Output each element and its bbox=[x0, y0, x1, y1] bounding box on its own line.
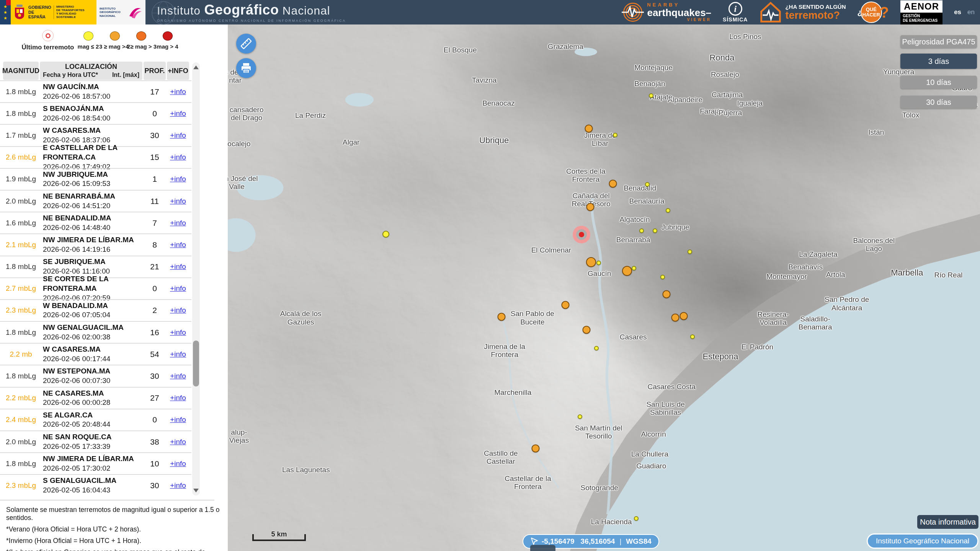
hazard-pga475-button[interactable]: Peligrosidad PGA475 bbox=[900, 35, 977, 48]
lang-en-button[interactable]: en bbox=[967, 8, 975, 16]
map-town-label: Benarrabá bbox=[616, 236, 650, 244]
table-row[interactable]: 2.6 mbLg E CASTELLAR DE LA FRONTERA.CA 2… bbox=[0, 146, 191, 168]
earthquake-marker[interactable] bbox=[578, 414, 582, 419]
que-hacer-badge[interactable]: ¿ QUÉ HACER ? bbox=[858, 2, 889, 23]
info-link[interactable]: +info bbox=[170, 241, 186, 249]
info-link[interactable]: +info bbox=[170, 284, 186, 293]
table-row[interactable]: 1.7 mbLg W CASARES.MA 2026-02-06 18:37:0… bbox=[0, 124, 191, 146]
ign-attribution-button[interactable]: Instituto Geográfico Nacional bbox=[867, 533, 978, 549]
earthquake-marker[interactable] bbox=[583, 326, 591, 334]
earthquake-marker[interactable] bbox=[622, 266, 632, 276]
location-name: NW JIMERA DE LÍBAR.MA bbox=[43, 454, 142, 464]
map-town-label: Río Real bbox=[934, 271, 963, 279]
earthquake-marker[interactable] bbox=[573, 226, 590, 243]
earthquake-marker[interactable] bbox=[653, 228, 657, 233]
table-scrollbar[interactable] bbox=[192, 62, 200, 496]
earthquake-marker[interactable] bbox=[649, 93, 653, 98]
info-link[interactable]: +info bbox=[170, 372, 186, 380]
info-link[interactable]: +info bbox=[170, 175, 186, 183]
table-row[interactable]: 1.8 mbLg NW JIMERA DE LÍBAR.MA 2026-02-0… bbox=[0, 452, 191, 474]
days-filter-button[interactable]: 3 días bbox=[900, 54, 977, 69]
info-link[interactable]: +info bbox=[170, 197, 186, 205]
aenor-logo[interactable]: AENOR GESTIÓN DE EMERGENCIAS bbox=[900, 0, 942, 24]
earthquake-marker[interactable] bbox=[645, 182, 650, 187]
table-row[interactable]: 2.2 mbLg NE CASARES.MA 2026-02-06 00:00:… bbox=[0, 387, 191, 409]
table-row[interactable]: 1.8 mbLg NW ESTEPONA.MA 2026-02-06 00:07… bbox=[0, 365, 191, 386]
map-town-label: Benaocaz bbox=[482, 99, 515, 108]
earthquake-marker[interactable] bbox=[662, 290, 670, 298]
info-link[interactable]: +info bbox=[170, 131, 186, 140]
info-link[interactable]: +info bbox=[170, 306, 186, 315]
table-row[interactable]: 2.3 mbLg S GENALGUACIL.MA 2026-02-05 16:… bbox=[0, 474, 191, 496]
info-link[interactable]: +info bbox=[170, 153, 186, 161]
info-link[interactable]: +info bbox=[170, 262, 186, 271]
earthquake-marker[interactable] bbox=[634, 516, 639, 521]
gobierno-logo[interactable]: GOBIERNO DE ESPAÑA MINISTERIO DE TRANSPO… bbox=[11, 0, 96, 24]
info-link[interactable]: +info bbox=[170, 219, 186, 227]
lang-es-button[interactable]: es bbox=[954, 8, 961, 16]
table-row[interactable]: 1.8 mbLg NW GENALGUACIL.MA 2026-02-06 02… bbox=[0, 321, 191, 343]
table-row[interactable]: 2.1 mbLg NW JIMERA DE LÍBAR.MA 2026-02-0… bbox=[0, 233, 191, 255]
info-link[interactable]: +info bbox=[170, 328, 186, 337]
event-datetime: 2026-02-06 18:57:00 bbox=[43, 92, 142, 101]
map-area[interactable]: Los PinosGrazalemaEl BosqueRondaMontejaq… bbox=[228, 24, 980, 551]
map-town-label: San Martín delTesorillo bbox=[575, 424, 622, 440]
print-tool-button[interactable] bbox=[236, 58, 256, 78]
earthquake-marker[interactable] bbox=[562, 301, 570, 309]
earthquake-marker[interactable] bbox=[382, 231, 389, 238]
table-row[interactable]: 1.6 mbLg NE BENADALID.MA 2026-02-06 14:4… bbox=[0, 212, 191, 233]
earthquake-marker[interactable] bbox=[666, 208, 670, 213]
earthquake-marker[interactable] bbox=[498, 313, 506, 321]
earthquake-marker[interactable] bbox=[586, 203, 595, 211]
table-row[interactable]: 1.9 mbLg NW JUBRIQUE.MA 2026-02-06 15:09… bbox=[0, 168, 191, 190]
map-town-label: San Luis deSabinillas bbox=[646, 400, 684, 417]
earthquake-marker[interactable] bbox=[690, 334, 695, 339]
info-link[interactable]: +info bbox=[170, 109, 186, 118]
info-link[interactable]: +info bbox=[170, 350, 186, 359]
earthquake-marker[interactable] bbox=[688, 249, 692, 254]
days-filter-button[interactable]: 10 días bbox=[900, 76, 977, 89]
earthquake-marker[interactable] bbox=[671, 314, 679, 322]
map-town-label: Tolox bbox=[902, 111, 919, 119]
earthquake-marker[interactable] bbox=[639, 228, 644, 233]
info-link[interactable]: +info bbox=[170, 438, 186, 446]
nearby-earthquakes-logo[interactable]: NEARBY earthquakes– VIEWER bbox=[622, 1, 711, 23]
table-row[interactable]: 2.0 mbLg NE BENARRABÁ.MA 2026-02-06 14:5… bbox=[0, 190, 191, 212]
table-row[interactable]: 2.3 mbLg W BENADALID.MA 2026-02-06 07:05… bbox=[0, 299, 191, 321]
map-town-label: Algatocín bbox=[619, 216, 650, 224]
info-link[interactable]: +info bbox=[170, 416, 186, 424]
map-town-label: Pujerra bbox=[719, 109, 742, 117]
table-row[interactable]: 2.7 mbLg SE CORTES DE LA FRONTERA.MA 202… bbox=[0, 277, 191, 299]
info-link[interactable]: +info bbox=[170, 460, 186, 468]
info-link[interactable]: +info bbox=[170, 394, 186, 402]
days-filter-button[interactable]: 30 días bbox=[900, 96, 977, 109]
table-row[interactable]: 2.0 mbLg NE SAN ROQUE.CA 2026-02-05 17:3… bbox=[0, 430, 191, 452]
earthquake-marker[interactable] bbox=[531, 444, 539, 452]
earthquake-marker[interactable] bbox=[632, 266, 636, 271]
table-row[interactable]: 2.4 mbLg SE ALGAR.CA 2026-02-05 20:48:44… bbox=[0, 409, 191, 430]
table-row[interactable]: 1.8 mbLg S BENAOJÁN.MA 2026-02-06 18:54:… bbox=[0, 102, 191, 124]
earthquake-marker[interactable] bbox=[679, 312, 688, 320]
table-row[interactable]: 2.2 mb W CASARES.MA 2026-02-06 00:17:44 … bbox=[0, 343, 191, 365]
table-row[interactable]: 1.8 mbLg NW GAUCÍN.MA 2026-02-06 18:57:0… bbox=[0, 80, 191, 102]
ign-logo-box[interactable]: INSTITUTO GEOGRÁFICO NACIONAL bbox=[96, 0, 145, 24]
earthquake-marker[interactable] bbox=[596, 261, 601, 265]
earthquake-marker[interactable] bbox=[613, 133, 617, 137]
info-link[interactable]: +info bbox=[170, 481, 186, 490]
table-row[interactable]: 1.8 mbLg SE JUBRIQUE.MA 2026-02-06 11:16… bbox=[0, 256, 191, 277]
star-icon: ★ bbox=[3, 10, 7, 15]
felt-earthquake-link[interactable]: ¿HA SENTIDO ALGÚN terremoto? bbox=[759, 1, 846, 24]
earthquake-marker[interactable] bbox=[586, 257, 596, 267]
scroll-down-icon[interactable] bbox=[193, 489, 199, 492]
earthquake-marker[interactable] bbox=[660, 275, 665, 279]
scroll-up-icon[interactable] bbox=[193, 65, 199, 69]
info-sismica-button[interactable]: i SÍSMICA bbox=[723, 2, 748, 23]
info-link[interactable]: +info bbox=[170, 88, 186, 96]
map-attribution-sliver[interactable] bbox=[530, 545, 555, 551]
measure-tool-button[interactable] bbox=[236, 34, 256, 54]
nota-informativa-button[interactable]: Nota informativa bbox=[917, 515, 978, 529]
earthquake-marker[interactable] bbox=[585, 125, 593, 133]
earthquake-marker[interactable] bbox=[594, 346, 599, 350]
earthquake-marker[interactable] bbox=[609, 179, 617, 187]
scrollbar-thumb[interactable] bbox=[193, 341, 199, 386]
